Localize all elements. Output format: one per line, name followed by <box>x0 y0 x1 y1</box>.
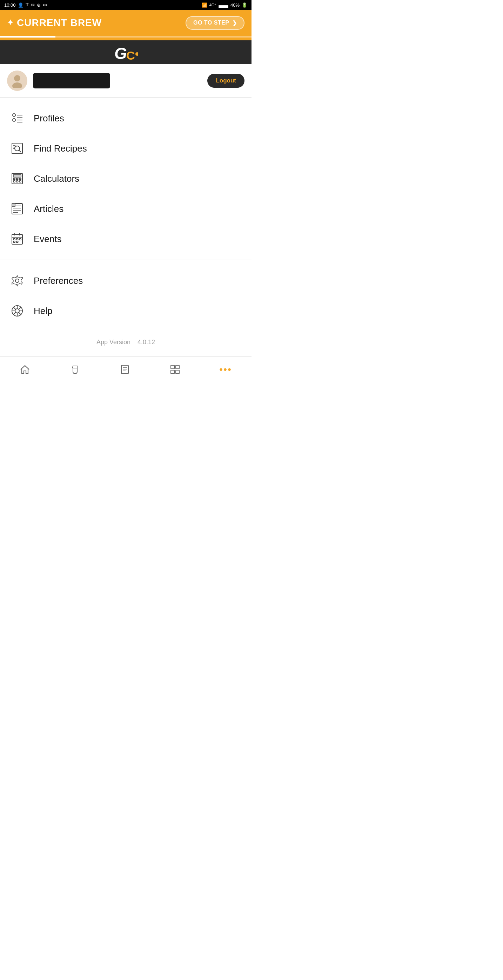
svg-rect-20 <box>16 178 18 180</box>
svg-rect-39 <box>16 241 18 242</box>
status-bars-icon: ▄▄▄ <box>219 2 228 8</box>
svg-point-4 <box>12 83 22 88</box>
progress-bar-container <box>0 36 252 40</box>
svg-rect-24 <box>19 181 21 182</box>
avatar-figure <box>10 73 25 88</box>
bluetooth-icon: ✦ <box>7 18 13 27</box>
svg-point-5 <box>13 114 16 116</box>
profile-row: Logout <box>0 64 252 97</box>
find-recipes-icon <box>10 141 25 156</box>
articles-icon <box>10 201 25 216</box>
progress-bar-fill <box>0 36 56 38</box>
more-icon: ••• <box>219 364 232 375</box>
bottom-nav-brew[interactable] <box>64 362 86 377</box>
menu-item-profiles[interactable]: Profiles <box>0 103 252 133</box>
svg-rect-59 <box>176 370 179 374</box>
bottom-nav-dashboard[interactable] <box>164 362 186 377</box>
svg-rect-21 <box>19 178 21 180</box>
svg-rect-23 <box>16 181 18 182</box>
app-version-number: 4.0.12 <box>138 339 155 345</box>
logo-bar: G C <box>0 40 252 64</box>
status-map-icon: ⊕ <box>37 2 41 8</box>
calculators-icon <box>10 171 25 186</box>
help-label: Help <box>34 305 52 317</box>
status-signal-icon: 4G⁺ <box>209 3 217 7</box>
svg-line-47 <box>13 307 16 309</box>
preferences-label: Preferences <box>34 275 83 286</box>
svg-line-48 <box>19 312 21 315</box>
svg-point-3 <box>14 75 21 81</box>
app-version-container: App Version 4.0.12 <box>0 332 252 356</box>
user-avatar <box>7 70 27 91</box>
svg-rect-37 <box>19 239 21 240</box>
menu-item-calculators[interactable]: Calculators <box>0 164 252 194</box>
bottom-nav: ••• <box>0 356 252 384</box>
status-dots-icon: ••• <box>43 2 48 8</box>
dashboard-icon <box>170 364 181 375</box>
svg-rect-36 <box>16 239 18 240</box>
svg-text:C: C <box>126 49 135 61</box>
status-person-icon: 👤 <box>18 2 24 8</box>
bottom-nav-recipe[interactable] <box>114 362 136 377</box>
status-mail-icon: ✉ <box>31 2 35 8</box>
svg-rect-38 <box>13 241 15 242</box>
recipe-icon <box>119 364 130 375</box>
menu-item-help[interactable]: Help <box>0 296 252 326</box>
menu-item-articles[interactable]: Articles <box>0 194 252 224</box>
home-icon <box>19 364 30 375</box>
find-recipes-label: Find Recipes <box>34 143 87 154</box>
events-label: Events <box>34 234 62 245</box>
profiles-icon <box>10 111 25 126</box>
menu-item-preferences[interactable]: Preferences <box>0 266 252 296</box>
svg-line-49 <box>19 307 21 309</box>
svg-point-2 <box>135 52 138 56</box>
svg-point-6 <box>13 119 16 121</box>
svg-point-42 <box>15 309 19 313</box>
status-battery: 40% <box>230 2 240 8</box>
settings-section: Preferences Help <box>0 260 252 332</box>
svg-rect-35 <box>13 239 15 240</box>
current-brew-title: CURRENT BREW <box>17 17 102 29</box>
svg-line-16 <box>19 150 21 152</box>
svg-text:G: G <box>114 44 127 61</box>
svg-rect-56 <box>171 365 175 369</box>
status-newspaper-icon: 𝕋 <box>25 2 29 7</box>
menu-item-find-recipes[interactable]: Find Recipes <box>0 133 252 164</box>
brew-icon <box>70 364 81 375</box>
svg-rect-19 <box>13 178 15 180</box>
svg-rect-57 <box>176 365 179 369</box>
main-menu-section: Profiles Find Recipes <box>0 97 252 260</box>
svg-rect-52 <box>121 365 129 374</box>
svg-point-40 <box>16 279 19 282</box>
svg-rect-18 <box>13 174 21 177</box>
help-icon <box>10 304 25 318</box>
status-bar: 10:00 👤 𝕋 ✉ ⊕ ••• 📶 4G⁺ ▄▄▄ 40% 🔋 <box>0 0 252 10</box>
go-to-step-button[interactable]: GO TO STEP ❯ <box>186 16 244 30</box>
menu-item-events[interactable]: Events <box>0 224 252 254</box>
svg-rect-58 <box>171 370 175 374</box>
bottom-nav-more[interactable]: ••• <box>214 362 238 377</box>
svg-rect-22 <box>13 181 15 182</box>
profiles-label: Profiles <box>34 113 64 124</box>
go-to-step-chevron: ❯ <box>232 20 237 26</box>
app-version-label: App Version <box>97 339 130 345</box>
progress-bar-track <box>0 36 252 38</box>
status-wifi-icon: 📶 <box>202 2 207 8</box>
bottom-nav-home[interactable] <box>14 362 36 377</box>
top-bar: ✦ CURRENT BREW GO TO STEP ❯ <box>0 10 252 36</box>
status-left: 10:00 👤 𝕋 ✉ ⊕ ••• <box>4 2 48 8</box>
status-battery-icon: 🔋 <box>242 2 247 8</box>
status-right: 📶 4G⁺ ▄▄▄ 40% 🔋 <box>202 2 247 8</box>
logout-button[interactable]: Logout <box>207 74 244 88</box>
calculators-label: Calculators <box>34 173 79 184</box>
svg-rect-30 <box>12 204 15 207</box>
svg-point-12 <box>15 146 20 151</box>
svg-line-50 <box>13 312 16 315</box>
username-redacted <box>33 73 110 88</box>
go-to-step-label: GO TO STEP <box>193 20 229 26</box>
top-bar-left: ✦ CURRENT BREW <box>7 17 102 29</box>
status-time: 10:00 <box>4 2 16 8</box>
articles-label: Articles <box>34 204 63 215</box>
preferences-icon <box>10 273 25 288</box>
app-logo: G C <box>114 43 138 61</box>
